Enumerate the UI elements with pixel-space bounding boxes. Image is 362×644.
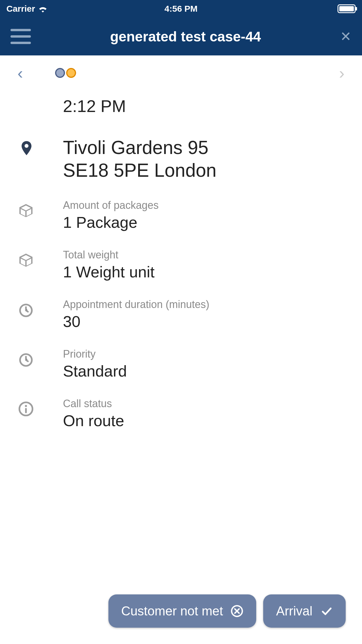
clock-time: 4:56 PM <box>164 4 197 14</box>
package-icon <box>18 203 34 218</box>
duration-value: 30 <box>63 312 346 330</box>
battery-icon <box>338 4 356 13</box>
status-dots <box>55 68 76 78</box>
svg-point-3 <box>25 405 27 407</box>
nav-bar: generated test case-44 ✕ <box>0 18 362 55</box>
packages-value: 1 Package <box>63 213 346 231</box>
weight-value: 1 Weight unit <box>63 263 346 281</box>
timer-icon <box>18 302 34 318</box>
address-line2: SE18 5PE London <box>63 159 346 182</box>
info-icon <box>18 401 34 417</box>
page-title: generated test case-44 <box>110 29 261 45</box>
priority-row: Priority Standard <box>16 348 346 380</box>
status-dot-orange <box>66 68 76 78</box>
arrival-label: Arrival <box>276 604 312 618</box>
status-bar: Carrier 4:56 PM <box>0 0 362 18</box>
customer-not-met-button[interactable]: Customer not met <box>108 594 256 628</box>
carrier-label: Carrier <box>6 4 35 14</box>
callstatus-value: On route <box>63 412 346 430</box>
bottom-action-bar: Customer not met Arrival <box>108 594 346 628</box>
appointment-time: 2:12 PM <box>63 96 346 116</box>
check-icon <box>320 605 333 617</box>
packages-label: Amount of packages <box>63 199 346 211</box>
weight-icon <box>18 252 34 268</box>
prev-button[interactable]: ‹ <box>17 64 23 83</box>
duration-label: Appointment duration (minutes) <box>63 298 346 311</box>
customer-not-met-label: Customer not met <box>121 604 223 618</box>
callstatus-label: Call status <box>63 398 346 410</box>
detail-content: 2:12 PM Tivoli Gardens 95 SE18 5PE Londo… <box>0 90 362 430</box>
priority-value: Standard <box>63 362 346 380</box>
close-button[interactable]: ✕ <box>340 29 352 44</box>
status-dot-blue <box>55 68 65 78</box>
wifi-icon <box>38 5 48 13</box>
pager-row: ‹ › <box>0 55 362 90</box>
priority-label: Priority <box>63 348 346 360</box>
location-pin-icon <box>18 140 35 157</box>
next-button[interactable]: › <box>339 64 345 83</box>
packages-row: Amount of packages 1 Package <box>16 199 346 231</box>
address-row: Tivoli Gardens 95 SE18 5PE London <box>16 136 346 182</box>
address-line1: Tivoli Gardens 95 <box>63 136 346 159</box>
menu-button[interactable] <box>10 29 31 44</box>
callstatus-row: Call status On route <box>16 398 346 430</box>
circle-x-icon <box>231 605 243 617</box>
priority-icon <box>18 351 34 367</box>
svg-rect-4 <box>25 408 27 413</box>
weight-label: Total weight <box>63 249 346 261</box>
duration-row: Appointment duration (minutes) 30 <box>16 298 346 330</box>
arrival-button[interactable]: Arrival <box>263 594 346 628</box>
weight-row: Total weight 1 Weight unit <box>16 249 346 281</box>
